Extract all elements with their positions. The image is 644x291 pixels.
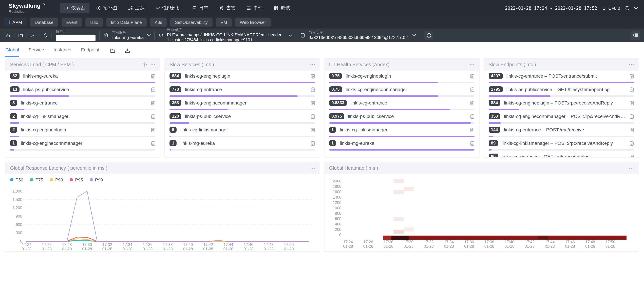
chevron-down-icon[interactable] (289, 34, 292, 36)
copy-icon[interactable] (310, 114, 315, 119)
service-name[interactable]: linkis-cg-engineconnmanager (346, 87, 468, 92)
service-name[interactable]: linkis-mg-eureka (340, 140, 468, 146)
service-name[interactable]: linkis-ps-publicservice (23, 87, 148, 92)
tab-instance[interactable]: Instance (54, 47, 71, 57)
service-name[interactable]: linkis-cg-engineconnmanager (21, 140, 148, 146)
copy-icon[interactable] (470, 100, 474, 105)
more-options-icon[interactable] (629, 167, 634, 169)
copy-icon[interactable] (470, 127, 474, 132)
service-name[interactable]: linkis-cg-engineplugin (185, 73, 308, 79)
copy-icon[interactable] (630, 154, 634, 158)
copy-icon[interactable] (470, 87, 474, 92)
current-endpoint-selector[interactable]: 当前端点 PUT:/eureka/apps/LINKIS-CG-LINKISMA… (158, 27, 292, 43)
dashboard-tab-event[interactable]: Event (62, 18, 82, 26)
service-name[interactable]: linkis-cg-entrance – POST:/entrance/subm… (506, 73, 627, 79)
copy-icon[interactable] (310, 87, 315, 92)
dashboard-tab-web-browser[interactable]: Web Browser (235, 18, 271, 26)
collapse-panel-icon[interactable] (630, 30, 640, 40)
more-options-icon[interactable] (470, 64, 474, 65)
nav-item-topology[interactable]: 拓扑图 (92, 3, 121, 13)
copy-icon[interactable] (470, 141, 474, 146)
tab-endpoint[interactable]: Endpoint (81, 47, 99, 57)
legend-item-P90[interactable]: P90 (50, 177, 63, 182)
service-name[interactable]: linkis-mg-eureka (23, 73, 148, 79)
nav-item-log[interactable]: 日志 (188, 3, 212, 13)
refresh-icon[interactable] (625, 5, 630, 10)
chevron-down-icon[interactable] (634, 7, 638, 9)
tab-global[interactable]: Global (6, 47, 19, 57)
copy-icon[interactable] (310, 127, 315, 132)
copy-icon[interactable] (151, 114, 156, 119)
tab-service[interactable]: Service (28, 47, 44, 57)
copy-icon[interactable] (151, 127, 156, 132)
refresh-icon[interactable] (41, 31, 50, 39)
dashboard-tab-k8s[interactable]: K8s (150, 18, 167, 26)
service-group-input[interactable] (56, 35, 96, 41)
service-name[interactable]: linkis-cg-linkismanager (340, 127, 468, 132)
current-service-selector[interactable]: 当前服务 linkis-mg-eureka (103, 30, 151, 40)
dashboard-tab-selfobservability[interactable]: SelfObservability (170, 18, 212, 26)
copy-icon[interactable] (151, 87, 156, 92)
service-name[interactable]: linkis-cg-engineconnmanager – POST:/rpc/… (504, 114, 627, 119)
service-name[interactable]: linkis-cg-entrance (350, 100, 467, 105)
copy-icon[interactable] (310, 141, 315, 146)
more-options-icon[interactable] (629, 64, 634, 65)
nav-item-profile[interactable]: 性能剖析 (151, 3, 185, 13)
copy-icon[interactable] (630, 87, 634, 92)
service-name[interactable]: linkis-ps-publicservice (348, 114, 468, 119)
copy-icon[interactable] (151, 100, 156, 105)
service-name[interactable]: linkis-cg-linkismanager (180, 127, 308, 132)
copy-icon[interactable] (630, 141, 634, 146)
service-name[interactable]: linkis-cg-entrance – POST:/rpc/receive (504, 127, 627, 132)
copy-icon[interactable] (630, 127, 634, 132)
service-name[interactable]: linkis-ps-publicservice (185, 114, 308, 119)
chevron-down-icon[interactable] (147, 34, 151, 36)
folder-icon[interactable] (110, 48, 116, 53)
chevron-down-icon[interactable] (412, 34, 416, 36)
copy-icon[interactable] (310, 73, 315, 78)
copy-icon[interactable] (151, 73, 156, 78)
dashboard-tab-apm[interactable]: APM (4, 18, 26, 26)
more-options-icon[interactable] (150, 64, 156, 65)
service-name[interactable]: linkis-mg-eureka (180, 140, 308, 146)
service-name[interactable]: linkis-cg-engineplugin (21, 127, 148, 132)
service-name[interactable]: linkis-cg-engineplugin (346, 73, 468, 79)
legend-item-P75[interactable]: P75 (30, 177, 43, 182)
copy-icon[interactable] (630, 114, 634, 119)
dashboard-tab-database[interactable]: Database (30, 18, 58, 26)
download-icon[interactable] (29, 31, 37, 39)
lock-icon[interactable] (4, 31, 12, 39)
nav-item-debug[interactable]: 调试 (270, 3, 294, 13)
service-name[interactable]: linkis-cg-entrance (185, 87, 308, 92)
copy-icon[interactable] (310, 100, 315, 105)
timezone-label[interactable]: UTC+8:0 (602, 5, 620, 10)
copy-icon[interactable] (470, 114, 474, 119)
info-icon[interactable] (142, 62, 147, 67)
nav-item-dashboard[interactable]: 仪表盘 (60, 3, 89, 13)
more-options-icon[interactable] (310, 64, 315, 65)
legend-item-P50[interactable]: P50 (10, 177, 23, 182)
copy-icon[interactable] (630, 100, 634, 105)
legend-item-P99[interactable]: P99 (90, 177, 103, 182)
service-name[interactable]: linkis-cg-entrance – GET:/entrance/{id}/… (502, 154, 627, 158)
dashboard-tab-istio[interactable]: Istio (86, 18, 103, 26)
more-options-icon[interactable] (310, 167, 315, 169)
nav-item-event[interactable]: 事件 (242, 3, 267, 13)
legend-item-P95[interactable]: P95 (70, 177, 83, 182)
service-name[interactable]: linkis-cg-linkismanager (21, 114, 148, 119)
copy-icon[interactable] (630, 73, 634, 78)
copy-icon[interactable] (470, 73, 474, 78)
folder-icon[interactable] (16, 31, 24, 39)
nav-item-alarm[interactable]: 告警 (215, 3, 240, 13)
current-instance-selector[interactable]: 当前实例 0a3213e0031d4865806db60ef8f13094@17… (300, 30, 416, 40)
service-name[interactable]: linkis-cg-engineconnmanager (185, 100, 308, 105)
dashboard-tab-istio-data-plane[interactable]: Istio Data Plane (106, 18, 146, 26)
info-button[interactable] (424, 31, 433, 40)
dashboard-tab-vm[interactable]: VM (216, 18, 232, 26)
service-name[interactable]: linkis-cg-linkismanager – POST:/rpc/rece… (502, 140, 627, 146)
service-name[interactable]: linkis-cg-engineplugin – POST:/rpc/recei… (504, 100, 627, 105)
nav-item-trace[interactable]: 追踪 (124, 3, 148, 13)
time-range-picker[interactable]: 2022-01-28 17:24 ~ 2022-01-28 17:52 (505, 5, 597, 10)
service-name[interactable]: linkis-ps-publicservice – GET:/filesyste… (506, 87, 627, 92)
copy-icon[interactable] (151, 141, 156, 146)
